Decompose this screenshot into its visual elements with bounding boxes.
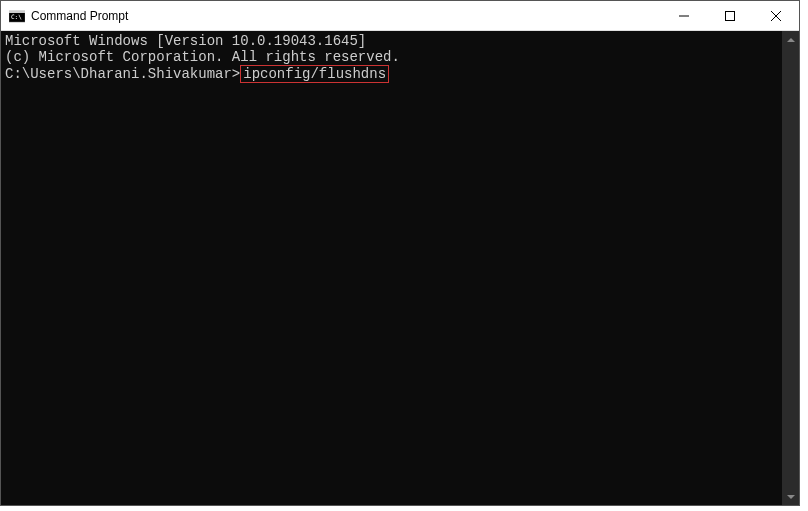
command-input: ipconfig/flushdns (240, 65, 389, 83)
terminal-content[interactable]: Microsoft Windows [Version 10.0.19043.16… (1, 31, 782, 505)
prompt-path: C:\Users\Dharani.Shivakumar> (5, 66, 240, 82)
titlebar[interactable]: C:\ Command Prompt (1, 1, 799, 31)
svg-rect-4 (726, 11, 735, 20)
prompt-line: C:\Users\Dharani.Shivakumar>ipconfig/flu… (5, 65, 778, 83)
maximize-button[interactable] (707, 1, 753, 30)
svg-text:C:\: C:\ (11, 13, 22, 20)
scroll-down-arrow[interactable] (782, 488, 799, 505)
command-prompt-window: C:\ Command Prompt Micro (0, 0, 800, 506)
copyright-line: (c) Microsoft Corporation. All rights re… (5, 49, 778, 65)
close-button[interactable] (753, 1, 799, 30)
terminal-area: Microsoft Windows [Version 10.0.19043.16… (1, 31, 799, 505)
vertical-scrollbar[interactable] (782, 31, 799, 505)
window-controls (661, 1, 799, 30)
minimize-button[interactable] (661, 1, 707, 30)
version-line: Microsoft Windows [Version 10.0.19043.16… (5, 33, 778, 49)
svg-marker-8 (787, 495, 795, 499)
app-icon: C:\ (9, 8, 25, 24)
svg-marker-7 (787, 38, 795, 42)
scrollbar-track[interactable] (782, 48, 799, 488)
scroll-up-arrow[interactable] (782, 31, 799, 48)
window-title: Command Prompt (31, 9, 661, 23)
